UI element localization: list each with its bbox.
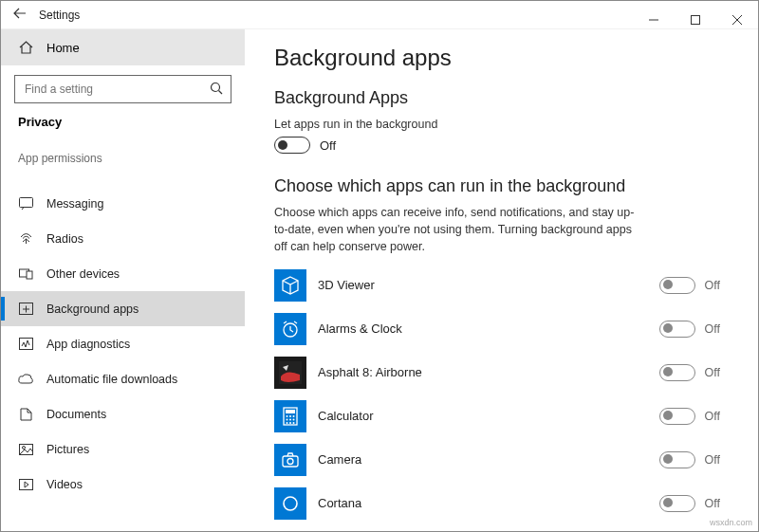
calculator-icon [274, 400, 306, 432]
app-toggle-3d-viewer[interactable] [659, 277, 695, 294]
3d-viewer-icon [274, 269, 306, 302]
sidebar-item-other-devices[interactable]: Other devices [1, 256, 245, 291]
app-toggle-camera[interactable] [659, 451, 695, 468]
svg-point-18 [289, 418, 291, 420]
section-choose-apps: Choose which apps can run in the backgro… [274, 176, 730, 196]
app-row-asphalt: Asphalt 8: Airborne Off [274, 351, 730, 394]
svg-point-19 [293, 418, 295, 420]
search-icon [210, 82, 223, 98]
sidebar-item-radios[interactable]: Radios [1, 221, 245, 256]
category-title: Privacy [1, 113, 245, 142]
sidebar-item-app-diagnostics[interactable]: App diagnostics [1, 326, 245, 361]
sidebar-item-label: Other devices [46, 267, 120, 281]
svg-rect-23 [283, 456, 298, 467]
app-toggle-asphalt[interactable] [659, 364, 695, 381]
svg-rect-13 [286, 410, 295, 413]
minimize-button[interactable] [633, 6, 675, 25]
svg-rect-2 [19, 198, 32, 208]
asphalt-icon [274, 357, 306, 389]
sidebar-item-auto-file-downloads[interactable]: Automatic file downloads [1, 361, 245, 396]
app-toggle-state: Off [705, 322, 720, 336]
radios-icon [18, 232, 33, 245]
svg-rect-0 [692, 15, 700, 24]
sidebar-item-tasks[interactable]: Tasks [1, 167, 245, 186]
svg-point-25 [284, 497, 297, 510]
svg-rect-4 [27, 271, 32, 279]
page-title: Background apps [274, 45, 730, 71]
svg-point-8 [22, 446, 25, 449]
main-content: Background apps Background Apps Let apps… [246, 29, 758, 531]
sidebar-item-label: App diagnostics [46, 338, 130, 351]
svg-point-17 [287, 418, 288, 420]
app-row-alarms: Alarms & Clock Off [274, 307, 730, 351]
master-toggle[interactable] [274, 137, 310, 154]
app-row-cortana: Cortana Off [274, 482, 730, 525]
cortana-icon [274, 487, 306, 520]
sidebar-item-label: Automatic file downloads [46, 373, 177, 386]
window-title: Settings [39, 9, 80, 22]
app-diagnostics-icon [18, 338, 33, 350]
videos-icon [18, 479, 33, 490]
svg-point-24 [287, 458, 293, 464]
app-row-camera: Camera Off [274, 438, 730, 482]
cloud-download-icon [18, 374, 33, 385]
app-toggle-calculator[interactable] [659, 408, 695, 425]
home-label: Home [46, 41, 80, 55]
watermark: wsxdn.com [710, 518, 752, 527]
svg-point-14 [287, 415, 288, 417]
app-row-3d-viewer: 3D Viewer Off [274, 264, 730, 307]
tasks-icon [18, 173, 33, 186]
app-toggle-state: Off [705, 453, 720, 467]
svg-rect-9 [19, 479, 32, 489]
sidebar-item-background-apps[interactable]: Background apps [1, 291, 245, 326]
sidebar-item-pictures[interactable]: Pictures [1, 431, 245, 467]
svg-point-21 [289, 422, 291, 424]
other-devices-icon [18, 267, 33, 280]
home-nav[interactable]: Home [1, 29, 245, 65]
sidebar-item-label: Documents [46, 408, 106, 421]
sidebar-item-label: Radios [46, 232, 83, 246]
pictures-icon [18, 444, 33, 455]
app-name: 3D Viewer [318, 278, 659, 292]
app-toggle-cortana[interactable] [659, 495, 695, 512]
search-input[interactable] [14, 75, 231, 103]
sidebar-item-videos[interactable]: Videos [1, 467, 245, 502]
app-toggle-state: Off [705, 366, 720, 379]
master-toggle-label: Let apps run in the background [274, 116, 635, 133]
close-button[interactable] [716, 6, 758, 25]
sidebar-item-label: Videos [46, 478, 83, 491]
sidebar-item-messaging[interactable]: Messaging [1, 186, 245, 221]
svg-point-15 [289, 415, 291, 417]
section-background-apps: Background Apps [274, 88, 730, 108]
maximize-button[interactable] [675, 6, 716, 25]
app-toggle-state: Off [705, 279, 720, 292]
sidebar-item-label: Background apps [46, 303, 139, 316]
home-icon [18, 41, 33, 54]
master-toggle-state: Off [320, 138, 336, 153]
maximize-icon [691, 15, 700, 25]
app-name: Calculator [318, 409, 659, 423]
app-name: Camera [318, 452, 659, 467]
app-name: Asphalt 8: Airborne [318, 365, 659, 379]
svg-point-1 [212, 83, 220, 91]
search-field[interactable] [23, 82, 210, 97]
section-title: App permissions [1, 142, 245, 167]
svg-point-16 [293, 415, 295, 417]
app-name: Cortana [318, 496, 659, 510]
app-name: Alarms & Clock [318, 321, 659, 336]
messaging-icon [18, 197, 33, 210]
app-toggle-alarms[interactable] [659, 321, 695, 338]
sidebar-item-label: Messaging [46, 197, 103, 211]
documents-icon [18, 408, 33, 421]
app-toggle-state: Off [705, 497, 720, 510]
background-apps-icon [18, 303, 33, 315]
alarms-clock-icon [274, 313, 306, 345]
close-icon [732, 15, 742, 25]
choose-apps-description: Choose which apps can receive info, send… [274, 204, 635, 255]
camera-icon [274, 444, 306, 476]
back-arrow-icon [13, 8, 27, 19]
sidebar-item-documents[interactable]: Documents [1, 396, 245, 431]
app-toggle-state: Off [705, 410, 720, 423]
minimize-icon [649, 15, 658, 25]
back-button[interactable] [1, 8, 39, 22]
